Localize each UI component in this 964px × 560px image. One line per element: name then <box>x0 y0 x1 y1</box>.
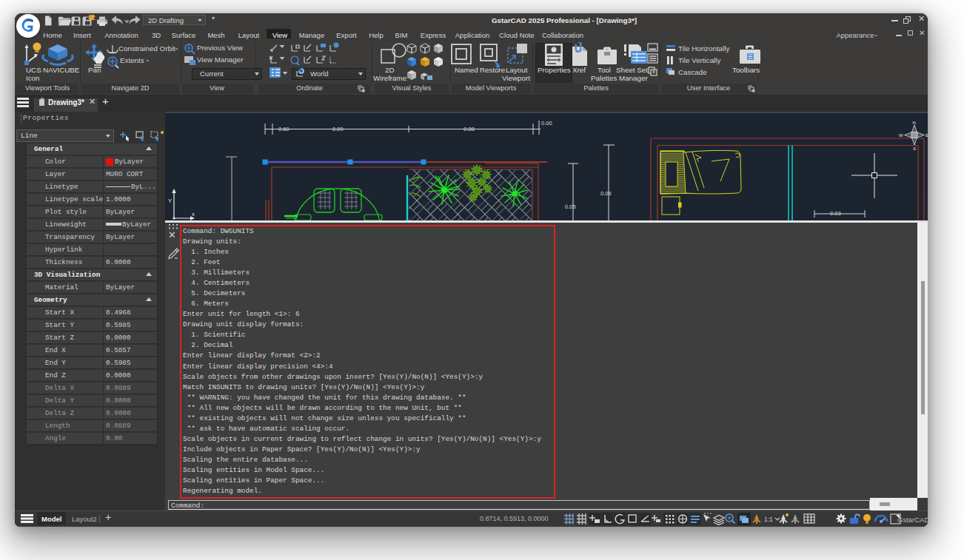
svg-text:x: x <box>192 211 195 217</box>
svg-text:W: W <box>899 133 903 138</box>
svg-text:0.00: 0.00 <box>541 120 552 126</box>
svg-text:0.08: 0.08 <box>463 126 475 132</box>
svg-text:0.03: 0.03 <box>830 210 841 217</box>
svg-text:1:1: 1:1 <box>764 516 773 523</box>
svg-text:0,06: 0,06 <box>600 190 612 197</box>
svg-text:0.09: 0.09 <box>332 126 344 132</box>
svg-text:S: S <box>913 146 916 151</box>
svg-text:0.60: 0.60 <box>278 126 289 132</box>
svg-text:0.05: 0.05 <box>565 203 576 210</box>
svg-text:E: E <box>925 133 928 138</box>
svg-text:Y: Y <box>168 198 172 204</box>
svg-text:N: N <box>913 121 916 125</box>
